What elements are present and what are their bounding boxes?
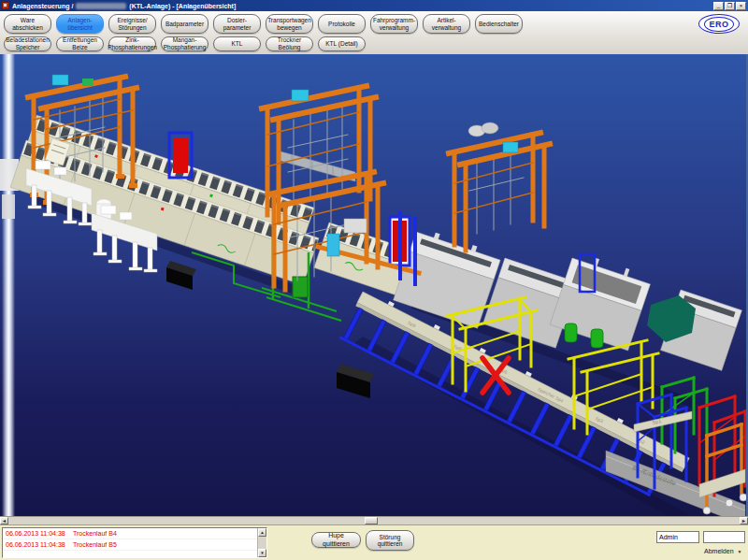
tab-dosierparameter[interactable]: Dosier- parameter xyxy=(213,14,261,34)
alarm-time: 06.06.2013 11:04:38 xyxy=(3,530,73,537)
toolbar-row-1: Ware abschicken Anlagen- übersicht Ereig… xyxy=(4,14,523,34)
tab-beladestationen-speicher[interactable]: Beladestationen Speicher xyxy=(4,36,51,51)
tab-bedienschalter[interactable]: Bedienschalter xyxy=(475,14,523,34)
h-scrollbar-thumb[interactable] xyxy=(365,517,378,524)
alarm-row[interactable]: 06.06.2013 11:04:38 Trockenlauf B4 xyxy=(3,528,266,539)
tab-ereignisse-stoerungen[interactable]: Ereignisse/ Störungen xyxy=(108,14,156,34)
alarm-time: 06.06.2013 11:04:38 xyxy=(3,541,73,548)
tab-ktl-detail[interactable]: KTL (Detail) xyxy=(318,36,366,51)
status-bar: 06.06.2013 11:04:38 Trockenlauf B4 06.06… xyxy=(0,524,748,560)
alarm-list-scrollbar[interactable]: ▲ ▼ xyxy=(257,528,266,557)
tab-artikelverwaltung[interactable]: Artikel- verwaltung xyxy=(423,14,470,34)
light-stripe xyxy=(2,54,15,516)
toolbar-row-2: Beladestationen Speicher Entfettungen Be… xyxy=(4,36,366,51)
alarm-row[interactable]: 06.06.2013 11:04:38 Trockenlauf B5 xyxy=(3,539,266,551)
window-title-prefix: Anlagensteuerung / xyxy=(12,3,73,9)
scroll-up-icon[interactable]: ▲ xyxy=(258,528,266,537)
tab-transportwagen-bewegen[interactable]: Transportwagen bewegen xyxy=(266,14,313,34)
green-box-icon xyxy=(82,79,94,86)
close-button[interactable]: × xyxy=(736,2,746,10)
tab-ktl[interactable]: KTL xyxy=(213,36,261,51)
scroll-down-icon[interactable]: ▼ xyxy=(258,549,266,557)
tab-trockner-beoelung[interactable]: Trockner Beölung xyxy=(266,36,313,51)
motor-drum-icon xyxy=(482,122,498,134)
cyan-box-icon xyxy=(52,75,68,85)
tab-badparameter[interactable]: Badparameter xyxy=(161,14,209,34)
tab-mangan-phosphatierung[interactable]: Mangan- Phosphatierung xyxy=(161,36,209,51)
ero-logo: ERO xyxy=(698,14,740,34)
app-icon xyxy=(2,2,9,9)
toolbar: Ware abschicken Anlagen- übersicht Ereig… xyxy=(0,11,748,55)
tab-fahrprogrammverwaltung[interactable]: Fahrprogramm- verwaltung xyxy=(370,14,418,34)
window-controls: _ ❐ × xyxy=(713,2,748,10)
tab-protokolle[interactable]: Protokolle xyxy=(318,14,366,34)
tab-entfettungen-beize[interactable]: Entfettungen Beize xyxy=(56,36,104,51)
plant-3d-view[interactable]: Sp9 Sp8 Sp5 Speicher Sp4 Sp3 Sp2 xyxy=(0,54,746,516)
redacted-text xyxy=(76,3,126,9)
alarm-list[interactable]: 06.06.2013 11:04:38 Trockenlauf B4 06.06… xyxy=(2,527,267,558)
stoerung-quittieren-button[interactable]: Störung quittieren xyxy=(366,530,414,551)
hupe-quittieren-button[interactable]: Hupe quittieren xyxy=(311,532,361,548)
logout-caret-icon: ▼ xyxy=(738,549,742,554)
user-input[interactable] xyxy=(656,531,699,543)
cyan-pendant-icon xyxy=(327,234,339,256)
alarm-text: Trockenlauf B4 xyxy=(73,530,266,537)
tab-ware-abschicken[interactable]: Ware abschicken xyxy=(4,14,51,34)
minimize-button[interactable]: _ xyxy=(713,2,724,10)
ero-logo-inner: ERO xyxy=(704,17,733,32)
cyan-box-icon xyxy=(292,90,309,101)
cyan-box-icon xyxy=(503,142,518,152)
scroll-left-icon[interactable]: ◄ xyxy=(0,517,8,524)
plant-3d-viewport[interactable]: Sp9 Sp8 Sp5 Speicher Sp4 Sp3 Sp2 xyxy=(0,54,748,516)
h-scrollbar[interactable]: ◄ ► xyxy=(0,516,748,524)
password-input[interactable] xyxy=(703,531,745,543)
ero-logo-text: ERO xyxy=(709,20,728,29)
window-title-suffix: (KTL-Anlage) - [Anlagenübersicht] xyxy=(129,3,236,9)
logout-menu[interactable]: Abmelden ▼ xyxy=(704,548,741,554)
tab-zink-phosphatierungen[interactable]: Zink- Phosphatierungen xyxy=(108,36,156,51)
scroll-right-icon[interactable]: ► xyxy=(740,517,748,524)
restore-button[interactable]: ❐ xyxy=(725,2,735,10)
logout-label: Abmelden xyxy=(704,548,734,554)
alarm-text: Trockenlauf B5 xyxy=(73,541,266,548)
title-bar: Anlagensteuerung / (KTL-Anlage) - [Anlag… xyxy=(0,0,748,11)
tab-anlagenuebersicht[interactable]: Anlagen- übersicht xyxy=(56,14,104,34)
